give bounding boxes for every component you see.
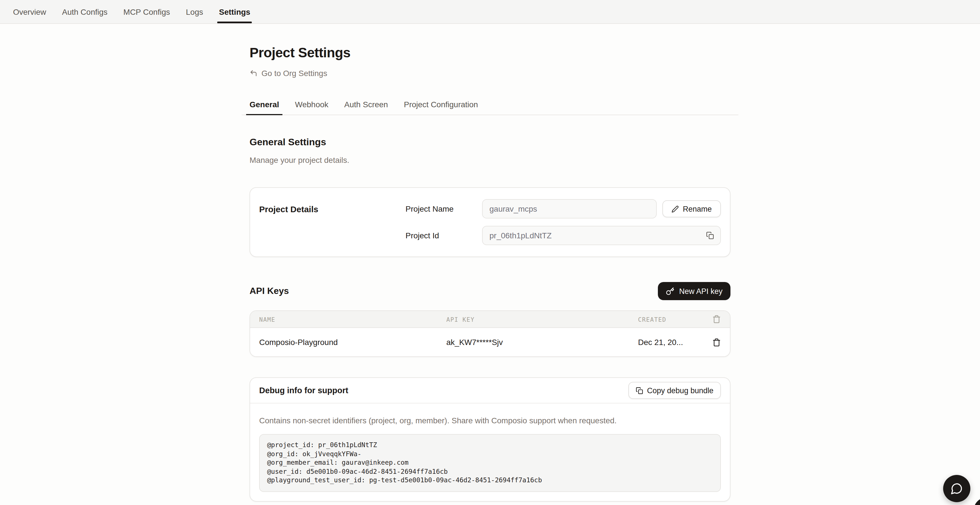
chat-bubble-icon <box>950 482 963 495</box>
api-keys-table-header: NAME API KEY CREATED <box>250 311 730 328</box>
project-name-label: Project Name <box>406 204 482 213</box>
col-header-name: NAME <box>259 316 446 323</box>
debug-line-org-member-email: @org_member_email: gaurav@inkeep.com <box>267 459 713 467</box>
key-icon <box>666 287 675 295</box>
api-key-table-row: Composio-Playground ak_KW7*****Sjv Dec 2… <box>250 328 730 356</box>
project-id-input[interactable] <box>482 226 721 245</box>
rename-button-label: Rename <box>683 205 712 213</box>
copy-debug-bundle-label: Copy debug bundle <box>647 386 713 395</box>
copy-debug-bundle-button[interactable]: Copy debug bundle <box>628 382 721 399</box>
nav-item-logs[interactable]: Logs <box>179 0 211 23</box>
top-nav: Overview Auth Configs MCP Configs Logs S… <box>0 0 980 24</box>
project-details-fields: Project Name Rename Project Id <box>406 199 721 245</box>
col-header-api-key: API KEY <box>446 316 638 323</box>
debug-card-header: Debug info for support Copy debug bundle <box>250 378 730 403</box>
new-api-key-label: New API key <box>679 287 722 295</box>
go-to-org-settings-label: Go to Org Settings <box>261 69 327 78</box>
project-name-input[interactable] <box>482 199 657 218</box>
copy-icon <box>706 231 714 239</box>
general-settings-heading: General Settings <box>250 137 730 148</box>
settings-tabs: General Webhook Auth Screen Project Conf… <box>242 95 738 115</box>
debug-description: Contains non-secret identifiers (project… <box>259 416 721 425</box>
debug-line-user-id: @user_id: d5e001b0-09ac-46d2-8451-2694ff… <box>267 468 713 476</box>
debug-line-playground-test-user-id: @playground_test_user_id: pg-test-d5e001… <box>267 476 713 485</box>
tab-general[interactable]: General <box>243 95 286 115</box>
nav-item-overview[interactable]: Overview <box>6 0 54 23</box>
api-key-created-cell: Dec 21, 20... <box>638 338 707 347</box>
main-content: Project Settings Go to Org Settings Gene… <box>250 24 730 505</box>
copy-project-id-button[interactable] <box>705 230 715 241</box>
tab-project-configuration[interactable]: Project Configuration <box>397 95 485 115</box>
rename-button[interactable]: Rename <box>662 200 721 217</box>
project-details-card-title: Project Details <box>259 199 406 245</box>
nav-item-mcp-configs[interactable]: MCP Configs <box>116 0 177 23</box>
debug-line-org-id: @org_id: ok_jVveqqkYFWa- <box>267 450 713 459</box>
chat-widget-button[interactable] <box>943 475 970 502</box>
debug-card-body: Contains non-secret identifiers (project… <box>250 403 730 501</box>
debug-card-title: Debug info for support <box>259 386 348 395</box>
debug-line-project-id: @project_id: pr_06th1pLdNtTZ <box>267 441 713 450</box>
trash-icon <box>707 315 721 323</box>
project-settings-page: Overview Auth Configs MCP Configs Logs S… <box>0 0 980 505</box>
corner-decoration <box>974 498 980 505</box>
api-keys-heading: API Keys <box>250 286 289 296</box>
nav-item-auth-configs[interactable]: Auth Configs <box>55 0 115 23</box>
debug-info-card: Debug info for support Copy debug bundle… <box>250 378 730 502</box>
api-keys-header: API Keys New API key <box>250 282 730 300</box>
project-name-row: Project Name Rename <box>406 199 721 218</box>
page-title: Project Settings <box>250 45 730 61</box>
nav-item-settings[interactable]: Settings <box>212 0 258 23</box>
copy-icon <box>636 387 643 394</box>
project-id-label: Project Id <box>406 231 482 240</box>
delete-api-key-button[interactable] <box>707 338 721 346</box>
go-to-org-settings-link[interactable]: Go to Org Settings <box>250 69 327 78</box>
project-details-card: Project Details Project Name Rename Proj… <box>250 187 730 257</box>
tab-webhook[interactable]: Webhook <box>288 95 335 115</box>
tab-auth-screen[interactable]: Auth Screen <box>337 95 395 115</box>
general-settings-subheading: Manage your project details. <box>250 156 730 164</box>
debug-code-block: @project_id: pr_06th1pLdNtTZ@org_id: ok_… <box>259 434 721 492</box>
trash-icon <box>712 338 721 346</box>
api-keys-table: NAME API KEY CREATED Composio-Playground… <box>250 311 730 357</box>
pencil-icon <box>671 205 679 212</box>
corner-up-left-icon <box>250 69 258 77</box>
col-header-created: CREATED <box>638 316 707 323</box>
project-id-row: Project Id <box>406 226 721 245</box>
new-api-key-button[interactable]: New API key <box>658 282 730 300</box>
api-key-name-cell: Composio-Playground <box>259 338 446 347</box>
project-id-input-wrap <box>482 226 721 245</box>
api-key-value-cell: ak_KW7*****Sjv <box>446 338 638 347</box>
